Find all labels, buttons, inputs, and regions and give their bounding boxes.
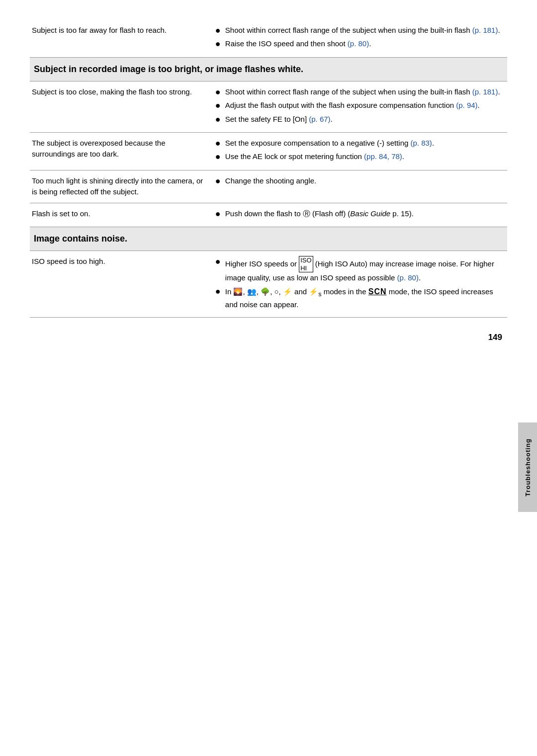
solution-text: Set the exposure compensation to a negat… [225,138,434,149]
solution-text: Raise the ISO speed and then shoot (p. 8… [225,38,371,50]
page-number: 149 [30,333,507,342]
section-header-noise: Image contains noise. [30,227,507,251]
bullet-icon: ● [215,114,223,125]
solution-cell: ● Push down the flash to Ⓡ (Flash off) (… [211,203,507,227]
solution-cell: ● Shoot within correct flash range of th… [211,20,507,57]
side-tab: Troubleshooting [518,422,537,512]
solution-text: Push down the flash to Ⓡ (Flash off) (Ba… [225,208,414,220]
bullet-icon: ● [215,138,223,149]
bullet-icon: ● [215,256,223,267]
bullet-item: ● Set the exposure compensation to a neg… [215,138,503,149]
bullet-icon: ● [215,38,223,50]
solution-text: Shoot within correct flash range of the … [225,86,500,98]
section-header-bright: Subject in recorded image is too bright,… [30,57,507,81]
cause-cell: Flash is set to on. [30,203,211,227]
cause-cell: Subject is too close, making the flash t… [30,81,211,132]
table-row: Too much light is shining directly into … [30,170,507,203]
page-link[interactable]: (p. 80) [397,273,419,282]
bullet-item: ● Push down the flash to Ⓡ (Flash off) (… [215,208,503,220]
cause-cell: ISO speed is too high. [30,251,211,318]
solution-text: Set the safety FE to [On] (p. 67). [225,114,333,125]
bullet-icon: ● [215,100,223,111]
bullet-item: ● Raise the ISO speed and then shoot (p.… [215,38,503,50]
page-link[interactable]: (p. 181) [472,26,498,34]
page-link[interactable]: (p. 67) [309,115,330,123]
side-tab-label: Troubleshooting [524,438,532,497]
bullet-icon: ● [215,25,223,36]
table-row: ISO speed is too high. ● Higher ISO spee… [30,251,507,318]
solution-text: In 🌄, 👥, 🌳, ○, ⚡ and ⚡s modes in the SCN… [225,286,503,310]
solution-text: Adjust the flash output with the flash e… [225,100,480,111]
troubleshooting-table: Subject is too far away for flash to rea… [30,20,507,318]
table-row: Flash is set to on. ● Push down the flas… [30,203,507,227]
table-row: The subject is overexposed because the s… [30,132,507,170]
bullet-icon: ● [215,175,223,187]
page-link[interactable]: (pp. 84, 78) [364,152,402,161]
bullet-item: ● Shoot within correct flash range of th… [215,86,503,98]
section-title-text: Subject in recorded image is too bright,… [34,64,303,74]
table-row: Subject is too close, making the flash t… [30,81,507,132]
bullet-item: ● Change the shooting angle. [215,175,503,187]
bullet-item: ● Higher ISO speeds or ISOHI (High ISO A… [215,256,503,284]
solution-cell: ● Set the exposure compensation to a neg… [211,132,507,170]
bullet-item: ● Use the AE lock or spot metering funct… [215,151,503,163]
section-title-noise: Image contains noise. [30,227,507,251]
solution-text: Change the shooting angle. [225,175,316,187]
page: Subject is too far away for flash to rea… [0,0,537,756]
cause-cell: The subject is overexposed because the s… [30,132,211,170]
table-row: Subject is too far away for flash to rea… [30,20,507,57]
cause-cell: Too much light is shining directly into … [30,170,211,203]
content-area: Subject is too far away for flash to rea… [30,20,507,342]
scn-label: SCN [368,287,387,296]
bullet-icon: ● [215,86,223,98]
page-link[interactable]: (p. 83) [411,139,432,147]
bullet-icon: ● [215,286,223,297]
italic-text: Basic Guide [350,209,390,218]
solution-cell: ● Higher ISO speeds or ISOHI (High ISO A… [211,251,507,318]
bullet-icon: ● [215,208,223,220]
bullet-item: ● Set the safety FE to [On] (p. 67). [215,114,503,125]
solution-text: Use the AE lock or spot metering functio… [225,151,404,163]
solution-cell: ● Change the shooting angle. [211,170,507,203]
solution-cell: ● Shoot within correct flash range of th… [211,81,507,132]
bullet-item: ● Adjust the flash output with the flash… [215,100,503,111]
cause-cell: Subject is too far away for flash to rea… [30,20,211,57]
bullet-item: ● In 🌄, 👥, 🌳, ○, ⚡ and ⚡s modes in the S… [215,286,503,310]
page-link[interactable]: (p. 80) [348,39,369,48]
page-link[interactable]: (p. 94) [456,101,477,109]
iso-icon: ISOHI [299,256,313,272]
page-link[interactable]: (p. 181) [472,87,498,96]
section-title-bright: Subject in recorded image is too bright,… [30,57,507,81]
bullet-icon: ● [215,151,223,163]
bullet-item: ● Shoot within correct flash range of th… [215,25,503,36]
solution-text: Higher ISO speeds or ISOHI (High ISO Aut… [225,256,503,284]
section-title-text-noise: Image contains noise. [34,234,127,244]
solution-text: Shoot within correct flash range of the … [225,25,500,36]
